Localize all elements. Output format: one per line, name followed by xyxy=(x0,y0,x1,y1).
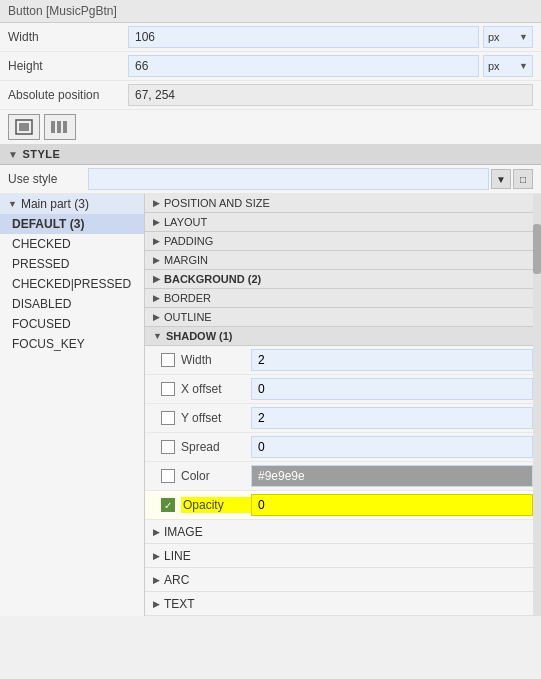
height-value-container: px ▼ xyxy=(128,55,533,77)
line-label: LINE xyxy=(164,549,191,563)
tree-item-focus-key[interactable]: FOCUS_KEY xyxy=(0,334,144,354)
height-dropdown-arrow: ▼ xyxy=(519,61,528,71)
outline-header[interactable]: ▶ OUTLINE xyxy=(145,308,541,327)
style-section-header[interactable]: ▼ STYLE xyxy=(0,144,541,165)
shadow-color-label: Color xyxy=(181,469,251,483)
layout-label: LAYOUT xyxy=(164,216,207,228)
width-row: Width px ▼ xyxy=(0,23,541,52)
main-part-chevron: ▼ xyxy=(8,199,17,209)
svg-rect-2 xyxy=(51,121,55,133)
text-section[interactable]: ▶ TEXT xyxy=(145,592,541,616)
height-unit-dropdown[interactable]: px ▼ xyxy=(483,55,533,77)
use-style-row: Use style ▼ □ xyxy=(0,165,541,194)
tree-item-disabled[interactable]: DISABLED xyxy=(0,294,144,314)
text-chevron: ▶ xyxy=(153,599,160,609)
shadow-header[interactable]: ▼ SHADOW (1) xyxy=(145,327,541,346)
height-input[interactable] xyxy=(128,55,479,77)
line-chevron: ▶ xyxy=(153,551,160,561)
shadow-spread-input[interactable] xyxy=(251,436,533,458)
background-label: BACKGROUND (2) xyxy=(164,273,261,285)
svg-rect-1 xyxy=(19,123,29,131)
panel-title: Button [MusicPgBtn] xyxy=(8,4,117,18)
shadow-color-checkbox[interactable] xyxy=(161,469,175,483)
height-unit-label: px xyxy=(488,60,500,72)
width-value-container: px ▼ xyxy=(128,26,533,48)
absolute-position-value: 67, 254 xyxy=(128,84,533,106)
style-square-btn[interactable]: □ xyxy=(513,169,533,189)
shadow-yoffset-row: Y offset xyxy=(145,404,541,433)
tree-item-checked-pressed[interactable]: CHECKED|PRESSED xyxy=(0,274,144,294)
absolute-position-value-container: 67, 254 xyxy=(128,84,533,106)
svg-rect-3 xyxy=(57,121,61,133)
shadow-opacity-checkbox[interactable]: ✓ xyxy=(161,498,175,512)
shadow-xoffset-input[interactable] xyxy=(251,378,533,400)
scrollbar-thumb[interactable] xyxy=(533,224,541,274)
style-title: STYLE xyxy=(22,148,60,160)
default-label: DEFAULT (3) xyxy=(12,217,84,231)
shadow-yoffset-checkbox[interactable] xyxy=(161,411,175,425)
shadow-xoffset-label: X offset xyxy=(181,382,251,396)
use-style-input[interactable] xyxy=(88,168,489,190)
width-input[interactable] xyxy=(128,26,479,48)
image-label: IMAGE xyxy=(164,525,203,539)
tree-main-part[interactable]: ▼ Main part (3) xyxy=(0,194,144,214)
focused-label: FOCUSED xyxy=(12,317,71,331)
shadow-spread-checkbox[interactable] xyxy=(161,440,175,454)
width-unit-label: px xyxy=(488,31,500,43)
style-dropdown-btn[interactable]: ▼ xyxy=(491,169,511,189)
arc-section[interactable]: ▶ ARC xyxy=(145,568,541,592)
checked-pressed-label: CHECKED|PRESSED xyxy=(12,277,131,291)
scrollbar[interactable] xyxy=(533,194,541,616)
shadow-width-checkbox[interactable] xyxy=(161,353,175,367)
layout-header[interactable]: ▶ LAYOUT xyxy=(145,213,541,232)
shadow-color-row: Color xyxy=(145,462,541,491)
outline-label: OUTLINE xyxy=(164,311,212,323)
width-unit-dropdown[interactable]: px ▼ xyxy=(483,26,533,48)
tree-item-pressed[interactable]: PRESSED xyxy=(0,254,144,274)
width-dropdown-arrow: ▼ xyxy=(519,32,528,42)
shadow-opacity-row: ✓ Opacity xyxy=(145,491,541,520)
margin-chevron: ▶ xyxy=(153,255,160,265)
background-header[interactable]: ▶ BACKGROUND (2) xyxy=(145,270,541,289)
border-label: BORDER xyxy=(164,292,211,304)
border-chevron: ▶ xyxy=(153,293,160,303)
tree-item-focused[interactable]: FOCUSED xyxy=(0,314,144,334)
width-label: Width xyxy=(8,30,128,44)
shadow-width-input[interactable] xyxy=(251,349,533,371)
outline-chevron: ▶ xyxy=(153,312,160,322)
disabled-label: DISABLED xyxy=(12,297,71,311)
arc-label: ARC xyxy=(164,573,189,587)
border-header[interactable]: ▶ BORDER xyxy=(145,289,541,308)
shadow-spread-label: Spread xyxy=(181,440,251,454)
shadow-opacity-label: Opacity xyxy=(181,497,251,513)
padding-chevron: ▶ xyxy=(153,236,160,246)
position-size-header[interactable]: ▶ POSITION AND SIZE xyxy=(145,194,541,213)
layout-chevron: ▶ xyxy=(153,217,160,227)
svg-rect-4 xyxy=(63,121,67,133)
shadow-yoffset-input[interactable] xyxy=(251,407,533,429)
position-size-label: POSITION AND SIZE xyxy=(164,197,270,209)
line-section[interactable]: ▶ LINE xyxy=(145,544,541,568)
arc-chevron: ▶ xyxy=(153,575,160,585)
shadow-spread-row: Spread xyxy=(145,433,541,462)
image-section[interactable]: ▶ IMAGE xyxy=(145,520,541,544)
padding-header[interactable]: ▶ PADDING xyxy=(145,232,541,251)
pressed-label: PRESSED xyxy=(12,257,69,271)
absolute-position-label: Absolute position xyxy=(8,88,128,102)
focus-key-label: FOCUS_KEY xyxy=(12,337,85,351)
main-part-label: Main part (3) xyxy=(21,197,89,211)
shadow-chevron: ▼ xyxy=(153,331,162,341)
margin-header[interactable]: ▶ MARGIN xyxy=(145,251,541,270)
image-chevron: ▶ xyxy=(153,527,160,537)
shadow-opacity-input[interactable] xyxy=(251,494,533,516)
tree-item-checked[interactable]: CHECKED xyxy=(0,234,144,254)
margin-label: MARGIN xyxy=(164,254,208,266)
tree-default[interactable]: DEFAULT (3) xyxy=(0,214,144,234)
right-panel: ▶ POSITION AND SIZE ▶ LAYOUT ▶ PADDING ▶… xyxy=(145,194,541,616)
position-icon-2[interactable] xyxy=(44,114,76,140)
position-icon-1[interactable] xyxy=(8,114,40,140)
shadow-label: SHADOW (1) xyxy=(166,330,233,342)
shadow-color-input[interactable] xyxy=(251,465,533,487)
shadow-xoffset-row: X offset xyxy=(145,375,541,404)
shadow-xoffset-checkbox[interactable] xyxy=(161,382,175,396)
